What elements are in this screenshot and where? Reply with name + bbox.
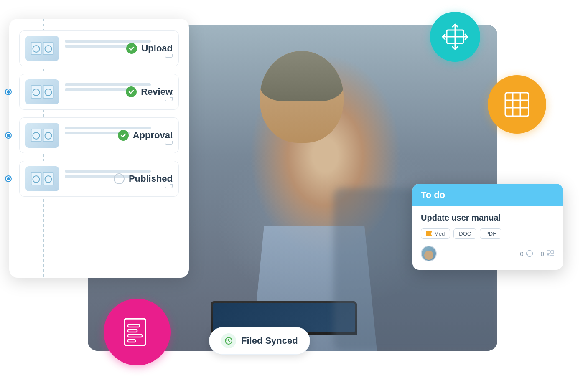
comment-count: 0 (520, 250, 523, 257)
svg-rect-2 (551, 251, 554, 253)
step-name-review: Review (141, 86, 173, 97)
workflow-step-upload: Upload (19, 30, 179, 66)
step-thumbnail-approval (25, 123, 59, 148)
tag-doc-label: DOC (459, 231, 471, 237)
filed-synced-badge: Filed Synced (209, 327, 310, 355)
tag-priority: Med (421, 228, 450, 239)
subtask-stat: 0 (541, 250, 555, 257)
pink-circle-button[interactable] (104, 299, 171, 365)
step-thumbnail-review (25, 79, 59, 104)
subtask-count: 0 (541, 250, 544, 257)
sync-icon (224, 336, 233, 345)
todo-title: To do (421, 190, 445, 200)
step-thumbnail-upload (25, 36, 59, 61)
workflow-step-published: Published (19, 161, 179, 197)
step-label-published: Published (114, 173, 173, 184)
connector-dot-review (6, 89, 11, 94)
check-icon-approval (118, 130, 129, 141)
svg-rect-19 (128, 330, 137, 332)
tag-pdf: PDF (480, 228, 501, 239)
workflow-card: Upload (9, 19, 189, 278)
sync-icon-circle (221, 333, 236, 348)
tag-doc: DOC (453, 228, 476, 239)
svg-rect-21 (128, 340, 135, 342)
person-head (260, 51, 344, 143)
step-thumbnail-published (25, 166, 59, 191)
svg-rect-20 (128, 335, 142, 337)
tag-pdf-label: PDF (485, 231, 496, 237)
check-icon-review (126, 86, 137, 97)
step-label-upload: Upload (126, 43, 173, 54)
todo-body: Update user manual Med DOC PDF 0 (412, 206, 563, 270)
comment-icon (526, 250, 533, 257)
connector-dot-approval (6, 133, 11, 138)
subtask-icon (546, 250, 555, 257)
synced-label: Filed Synced (241, 335, 298, 346)
flag-icon (426, 231, 432, 236)
svg-rect-1 (547, 251, 550, 253)
todo-tags: Med DOC PDF (421, 228, 555, 239)
teal-circle-button[interactable] (430, 12, 480, 62)
step-name-upload: Upload (141, 43, 173, 54)
person-hair (260, 51, 344, 101)
check-icon-upload (126, 43, 137, 54)
step-name-approval: Approval (133, 130, 173, 141)
avatar (421, 246, 437, 261)
connector-dot-published (6, 176, 11, 181)
svg-point-3 (547, 254, 549, 256)
form-layout-icon (120, 315, 154, 349)
tag-priority-label: Med (434, 231, 445, 237)
todo-card: To do Update user manual Med DOC PDF 0 (412, 184, 563, 270)
todo-task-name: Update user manual (421, 213, 555, 223)
step-name-published: Published (129, 173, 173, 184)
empty-icon-published (114, 173, 125, 184)
step-label-review: Review (126, 86, 173, 97)
workflow-step-approval: Approval (19, 117, 179, 153)
todo-header: To do (412, 184, 563, 206)
orange-circle-button[interactable] (488, 75, 546, 134)
svg-rect-10 (505, 93, 529, 116)
grid-layout-icon (502, 89, 532, 119)
svg-rect-18 (128, 325, 140, 327)
step-label-approval: Approval (118, 130, 173, 141)
todo-footer: 0 0 (421, 246, 555, 261)
workflow-step-review: Review (19, 74, 179, 110)
avatar-face (424, 251, 433, 260)
comment-stat: 0 (520, 250, 533, 257)
footer-stats: 0 0 (520, 250, 555, 257)
resize-icon (442, 23, 468, 50)
